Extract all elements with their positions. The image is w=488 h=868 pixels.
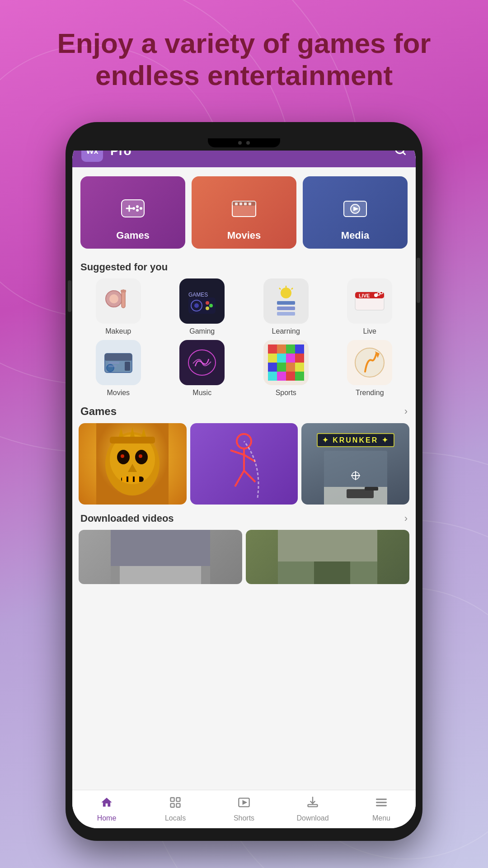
- svg-rect-69: [277, 372, 286, 381]
- gaming-label: Gaming: [189, 327, 215, 335]
- live-label: Live: [363, 327, 376, 335]
- sugg-item-live[interactable]: LIVE Live: [330, 278, 410, 335]
- category-games[interactable]: Games: [80, 176, 185, 249]
- nav-shorts[interactable]: Shorts: [210, 796, 278, 822]
- games-icon: [119, 198, 146, 225]
- nav-locals[interactable]: Locals: [141, 796, 210, 822]
- svg-point-31: [194, 303, 199, 308]
- svg-rect-85: [135, 476, 139, 482]
- svg-rect-109: [171, 798, 174, 802]
- games-label: Games: [116, 230, 149, 241]
- movies2-icon: [96, 340, 141, 385]
- side-button-volume: [68, 280, 71, 312]
- header-line2: endless entertainment: [95, 60, 393, 91]
- category-cards-row: Games M: [72, 167, 416, 258]
- game-krunker[interactable]: ✦ KRUNKER ✦: [301, 423, 409, 505]
- downloaded-video-1[interactable]: [79, 530, 242, 584]
- svg-rect-40: [277, 307, 295, 310]
- locals-icon: [169, 796, 182, 812]
- svg-point-32: [206, 301, 209, 305]
- sugg-item-sports[interactable]: Sports: [246, 340, 326, 397]
- svg-point-11: [136, 205, 139, 208]
- nav-locals-label: Locals: [165, 814, 186, 822]
- movies-label: Movies: [227, 230, 261, 241]
- camera-dot: [238, 141, 242, 145]
- svg-rect-61: [277, 354, 286, 363]
- temple-run-thumbnail: [79, 423, 187, 505]
- svg-rect-57: [277, 344, 286, 354]
- phone-mockup: Wx Pro: [66, 122, 422, 841]
- svg-point-33: [209, 304, 213, 307]
- sugg-item-makeup[interactable]: Makeup: [79, 278, 158, 335]
- svg-rect-51: [125, 362, 130, 371]
- nav-menu-label: Menu: [372, 814, 390, 822]
- game-temple-run[interactable]: [79, 423, 187, 505]
- svg-rect-62: [286, 354, 295, 363]
- svg-rect-111: [171, 803, 174, 807]
- svg-rect-19: [244, 203, 247, 205]
- krunker-thumbnail: ✦ KRUNKER ✦: [301, 423, 409, 505]
- svg-rect-112: [176, 803, 180, 807]
- svg-rect-52: [108, 362, 119, 364]
- svg-rect-68: [268, 372, 277, 381]
- svg-text:LIVE: LIVE: [359, 293, 370, 298]
- games-see-more[interactable]: ›: [404, 406, 408, 417]
- sugg-item-learning[interactable]: Learning: [246, 278, 326, 335]
- svg-rect-110: [176, 798, 180, 802]
- svg-rect-115: [308, 805, 318, 807]
- svg-line-95: [244, 471, 255, 482]
- svg-line-37: [291, 288, 293, 289]
- learning-icon: [263, 278, 309, 324]
- suggested-section-title: Suggested for you: [72, 258, 416, 278]
- svg-point-80: [139, 454, 142, 458]
- svg-rect-70: [286, 372, 295, 381]
- header-text: Enjoy a variety of games for endless ent…: [0, 27, 488, 92]
- svg-point-79: [121, 454, 124, 458]
- svg-rect-84: [128, 476, 133, 482]
- side-button-power: [417, 258, 420, 303]
- stickman-thumbnail: [190, 423, 298, 505]
- trending-icon: [347, 340, 392, 385]
- trending-label: Trending: [356, 389, 384, 397]
- nav-home[interactable]: Home: [72, 796, 141, 822]
- sugg-item-trending[interactable]: Trending: [330, 340, 410, 397]
- sugg-item-movies2[interactable]: Movies: [79, 340, 158, 397]
- phone-screen: Wx Pro: [72, 135, 416, 828]
- game-stickman[interactable]: [190, 423, 298, 505]
- sports-icon: [263, 340, 309, 385]
- media-label: Media: [341, 230, 369, 241]
- category-movies[interactable]: Movies: [192, 176, 296, 249]
- nav-home-label: Home: [97, 814, 117, 822]
- downloaded-row: [72, 530, 416, 584]
- svg-rect-49: [105, 354, 132, 361]
- learning-label: Learning: [272, 327, 300, 335]
- shorts-icon: [238, 796, 250, 812]
- nav-menu[interactable]: Menu: [347, 796, 416, 822]
- games-section-title: Games: [80, 405, 117, 418]
- music-icon: [179, 340, 225, 385]
- sports-label: Sports: [276, 389, 296, 397]
- svg-point-13: [136, 209, 139, 212]
- speaker-dot: [246, 141, 250, 145]
- movies-icon: [230, 198, 258, 225]
- svg-rect-66: [286, 363, 295, 372]
- svg-rect-27: [121, 290, 126, 292]
- svg-rect-20: [249, 203, 251, 205]
- svg-rect-58: [286, 344, 295, 354]
- svg-point-25: [109, 294, 118, 303]
- sugg-item-gaming[interactable]: GAMES Gaming: [163, 278, 242, 335]
- games-section-header: Games ›: [72, 403, 416, 423]
- gaming-icon: GAMES: [179, 278, 225, 324]
- app-content: Games M: [72, 167, 416, 790]
- svg-rect-86: [110, 437, 155, 443]
- downloaded-header: Downloaded videos ›: [72, 511, 416, 530]
- sugg-item-music[interactable]: Music: [163, 340, 242, 397]
- downloaded-video-2[interactable]: [246, 530, 409, 584]
- home-icon: [100, 796, 113, 812]
- games-row: ✦ KRUNKER ✦: [72, 423, 416, 511]
- downloaded-see-more[interactable]: ›: [404, 513, 408, 524]
- svg-rect-104: [120, 566, 201, 584]
- svg-marker-114: [243, 801, 246, 804]
- category-media[interactable]: Media: [303, 176, 408, 249]
- nav-download[interactable]: Download: [278, 796, 347, 822]
